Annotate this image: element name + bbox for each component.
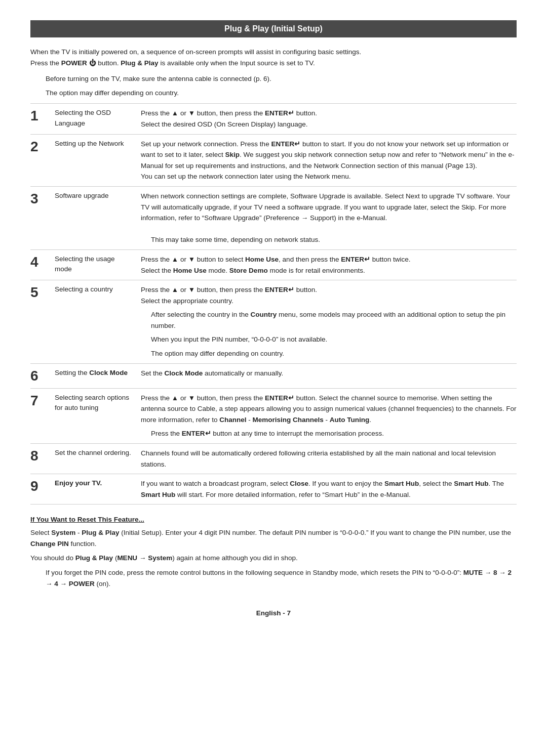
footer: English - 7 xyxy=(30,609,517,617)
step-number: 2 xyxy=(30,134,53,186)
table-row: 6 Setting the Clock Mode Set the Clock M… xyxy=(30,363,517,388)
step-number: 9 xyxy=(30,474,53,505)
intro-note1: Before turning on the TV, make sure the … xyxy=(46,73,517,85)
table-row: 5 Selecting a country Press the ▲ or ▼ b… xyxy=(30,280,517,364)
step-label: Setting up the Network xyxy=(53,134,139,186)
step-label: Selecting the usage mode xyxy=(53,249,139,280)
reset-title: If You Want to Reset This Feature... xyxy=(30,516,517,523)
intro-note2: The option may differ depending on count… xyxy=(46,88,517,99)
table-row: 2 Setting up the Network Set up your net… xyxy=(30,134,517,186)
step-desc: Set up your network connection. Press th… xyxy=(139,134,517,186)
step-desc: Press the ▲ or ▼ button to select Home U… xyxy=(139,249,517,280)
step-label: Selecting the OSD Language xyxy=(53,104,139,134)
step-desc: If you want to watch a broadcast program… xyxy=(139,474,517,505)
step-label: Selecting a country xyxy=(53,280,139,364)
step-label: Enjoy your TV. xyxy=(53,474,139,505)
step-label: Setting the Clock Mode xyxy=(53,363,139,388)
step-desc: Channels found will be automatically ord… xyxy=(139,444,517,474)
step-number: 4 xyxy=(30,249,53,280)
table-row: 4 Selecting the usage mode Press the ▲ o… xyxy=(30,249,517,280)
step-label: Selecting search options for auto tuning xyxy=(53,388,139,443)
step-desc: Press the ▲ or ▼ button, then press the … xyxy=(139,104,517,134)
step-label: Software upgrade xyxy=(53,186,139,249)
step-number: 1 xyxy=(30,104,53,134)
reset-section: If You Want to Reset This Feature... Sel… xyxy=(30,516,517,589)
reset-note: If you forget the PIN code, press the re… xyxy=(46,567,517,589)
step-desc: Press the ▲ or ▼ button, then press the … xyxy=(139,388,517,443)
table-row: 9 Enjoy your TV. If you want to watch a … xyxy=(30,474,517,505)
table-row: 3 Software upgrade When network connecti… xyxy=(30,186,517,249)
intro-paragraph: When the TV is initially powered on, a s… xyxy=(30,47,517,98)
step-number: 7 xyxy=(30,388,53,443)
step-number: 6 xyxy=(30,363,53,388)
step-desc: Press the ▲ or ▼ button, then press the … xyxy=(139,280,517,364)
step-label: Set the channel ordering. xyxy=(53,444,139,474)
step-desc: Set the Clock Mode automatically or manu… xyxy=(139,363,517,388)
page-title: Plug & Play (Initial Setup) xyxy=(30,20,517,37)
table-row: 1 Selecting the OSD Language Press the ▲… xyxy=(30,104,517,134)
step-number: 3 xyxy=(30,186,53,249)
table-row: 8 Set the channel ordering. Channels fou… xyxy=(30,444,517,474)
reset-body: Select System - Plug & Play (Initial Set… xyxy=(30,527,517,589)
table-row: 7 Selecting search options for auto tuni… xyxy=(30,388,517,443)
steps-table: 1 Selecting the OSD Language Press the ▲… xyxy=(30,103,517,505)
intro-line1: When the TV is initially powered on, a s… xyxy=(30,47,517,68)
step-number: 8 xyxy=(30,444,53,474)
step-desc: When network connection settings are com… xyxy=(139,186,517,249)
step-number: 5 xyxy=(30,280,53,364)
